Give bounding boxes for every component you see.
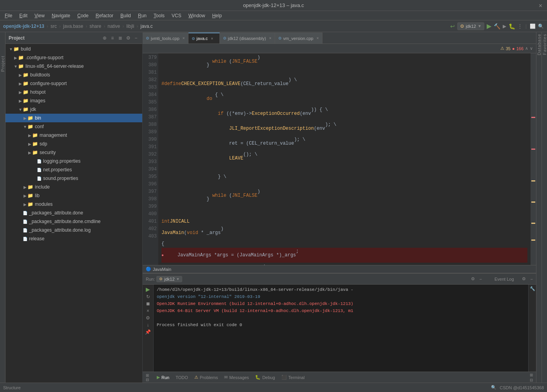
add-icon[interactable]: ⊕ bbox=[101, 35, 108, 41]
output-wrench-icon[interactable]: 🔧 bbox=[530, 286, 535, 291]
bottom-expand2[interactable]: ⊟ bbox=[530, 378, 533, 382]
more-button[interactable]: ⋮ bbox=[518, 24, 522, 29]
tree-item-management[interactable]: ▶ 📁 management bbox=[5, 131, 142, 140]
breadcrumb-javabase[interactable]: java.base bbox=[63, 24, 83, 29]
run-tab-todo[interactable]: TODO bbox=[176, 375, 188, 380]
tab-jdk12[interactable]: ⚙ jdk12 (disassembly) × bbox=[220, 33, 275, 44]
debug-button[interactable]: 🐛 bbox=[509, 23, 515, 29]
coverage-button[interactable]: ▶ bbox=[503, 24, 506, 29]
tree-item-configure-support[interactable]: ▶ 📁 .configure-support bbox=[5, 53, 142, 62]
run-close-icon[interactable]: × bbox=[147, 308, 149, 314]
navigate-back-icon[interactable]: ↩ bbox=[450, 23, 455, 29]
tree-item-logging[interactable]: 📄 logging.properties bbox=[5, 157, 142, 165]
run-pin-icon[interactable]: 📌 bbox=[145, 329, 151, 335]
tree-item-sound[interactable]: 📄 sound.properties bbox=[5, 174, 142, 183]
structure-tab-label[interactable]: Structure bbox=[3, 385, 21, 390]
tree-item-lib[interactable]: ▶ 📁 lib bbox=[5, 191, 142, 200]
tab-close-jdk12[interactable]: × bbox=[269, 36, 272, 40]
event-log-settings[interactable]: ⚙ bbox=[471, 276, 475, 281]
run-tab-terminal[interactable]: ⬛ Terminal bbox=[281, 375, 305, 380]
nav-up-icon[interactable]: ∧ bbox=[525, 46, 528, 51]
layout-button[interactable]: ⬜ bbox=[530, 24, 536, 29]
search-everywhere-button[interactable]: 🔍 bbox=[538, 24, 544, 29]
tree-item-configure2[interactable]: ▶ 📁 configure-support bbox=[5, 79, 142, 88]
collapse-all-icon[interactable]: ≡ bbox=[109, 35, 116, 41]
close-sidebar-icon[interactable]: − bbox=[133, 35, 139, 41]
config-selector[interactable]: ⚙ jdk12 ▼ bbox=[457, 22, 484, 30]
settings-icon[interactable]: ⚙ bbox=[125, 35, 131, 41]
breadcrumb-share[interactable]: share bbox=[89, 24, 101, 29]
menu-help[interactable]: Help bbox=[209, 12, 225, 19]
expand-all-icon[interactable]: ≣ bbox=[117, 35, 123, 41]
search-icon-status[interactable]: 🔍 bbox=[491, 385, 496, 390]
menu-edit[interactable]: Edit bbox=[16, 12, 31, 19]
run-play-icon[interactable]: ▶ bbox=[146, 286, 150, 292]
tab-close-jvmti[interactable]: × bbox=[183, 36, 185, 40]
tree-item-build[interactable]: ▼ 📁 build bbox=[5, 45, 142, 53]
tree-item-linux[interactable]: ▼ 📁 linux-x86_64-server-release bbox=[5, 62, 142, 71]
breadcrumb-native[interactable]: native bbox=[107, 24, 120, 29]
tree-item-jdk[interactable]: ▼ 📁 jdk bbox=[5, 105, 142, 114]
menu-vcs[interactable]: VCS bbox=[168, 12, 185, 19]
tree-item-hotspot[interactable]: ▶ 📁 hotspot bbox=[5, 88, 142, 96]
tree-item-sdp[interactable]: ▶ 📁 sdp bbox=[5, 140, 142, 148]
breadcrumb-src[interactable]: src bbox=[51, 24, 57, 29]
menu-navigate[interactable]: Navigate bbox=[49, 12, 73, 19]
tab-close-vmversion[interactable]: × bbox=[317, 36, 319, 40]
project-tab[interactable]: Project bbox=[0, 56, 5, 72]
structure-icon1[interactable]: ⊞ bbox=[146, 373, 149, 377]
menu-build[interactable]: Build bbox=[117, 12, 134, 19]
menu-window[interactable]: Window bbox=[185, 12, 208, 19]
tree-item-include[interactable]: ▶ 📁 include bbox=[5, 183, 142, 191]
nav-down-icon[interactable]: ∨ bbox=[530, 46, 533, 51]
tree-item-conf[interactable]: ▼ 📁 conf bbox=[5, 122, 142, 131]
code-editor[interactable]: } while (JNI_FALSE) #define CHECK_EXCEPT… bbox=[158, 53, 531, 265]
run-tab-run[interactable]: ▶ Run bbox=[157, 375, 169, 380]
database-panel: Database bbox=[536, 32, 542, 383]
run-stop-icon[interactable]: ⏹ bbox=[146, 301, 150, 307]
menu-code[interactable]: Code bbox=[74, 12, 92, 19]
status-right: 🔍 CSDN @d1451545368 bbox=[491, 385, 544, 390]
close-button[interactable]: × bbox=[539, 2, 542, 9]
tab-java[interactable]: ⚙ java.c × bbox=[188, 33, 220, 44]
breadcrumb-libjli[interactable]: libjli bbox=[126, 24, 134, 29]
run-line-2: openjdk version "12-internal" 2019-03-19 bbox=[157, 293, 525, 300]
run-output[interactable]: /home/dlh/openjdk-jdk-12+13/build/linux-… bbox=[154, 285, 528, 372]
event-log-minimize2[interactable]: − bbox=[531, 277, 533, 281]
tab-jvmti[interactable]: ⚙ jvmti_tools.cpp × bbox=[143, 33, 188, 44]
tree-item-security[interactable]: ▶ 📁 security bbox=[5, 148, 142, 157]
tree-item-packages2[interactable]: 📄 _packages_attribute.done.cmdline bbox=[5, 217, 142, 226]
run-settings-icon[interactable]: ⚙ bbox=[146, 315, 150, 321]
database-tab[interactable]: Database bbox=[537, 34, 542, 55]
event-log-settings2[interactable]: ⚙ bbox=[522, 276, 526, 281]
favorites-tab[interactable]: Favorites bbox=[542, 34, 547, 55]
menu-tools[interactable]: Tools bbox=[150, 12, 168, 19]
tree-item-buildtools[interactable]: ▶ 📁 buildtools bbox=[5, 71, 142, 79]
run-config-selector[interactable]: ⚙ jdk12 ▼ bbox=[156, 276, 182, 282]
structure-icon2[interactable]: ⊟ bbox=[146, 377, 149, 382]
menu-refactor[interactable]: Refactor bbox=[92, 12, 116, 19]
run-rerun-icon[interactable]: ↻ bbox=[146, 294, 150, 299]
menu-file[interactable]: File bbox=[2, 12, 15, 19]
tab-close-java[interactable]: × bbox=[211, 36, 213, 41]
tree-item-packages3[interactable]: 📄 _packages_attribute.done.log bbox=[5, 226, 142, 234]
bottom-expand1[interactable]: ⊞ bbox=[530, 373, 533, 377]
menu-view[interactable]: View bbox=[31, 12, 48, 19]
menu-run[interactable]: Run bbox=[135, 12, 150, 19]
tree-item-modules[interactable]: ▶ 📁 modules bbox=[5, 200, 142, 209]
run-tab-debug[interactable]: 🐛 Debug bbox=[255, 375, 275, 380]
tree-item-packages1[interactable]: 📄 _packages_attribute.done bbox=[5, 209, 142, 217]
run-button[interactable]: ▶ bbox=[487, 22, 491, 30]
tree-item-images[interactable]: ▶ 📁 images bbox=[5, 96, 142, 105]
run-scroll-icon[interactable]: ↓ bbox=[147, 322, 149, 328]
breadcrumb-file[interactable]: java.c bbox=[141, 24, 153, 29]
run-tab-messages[interactable]: ✉ Messages bbox=[224, 375, 249, 380]
tree-item-bin[interactable]: ▶ 📁 bin bbox=[5, 114, 142, 122]
build-button[interactable]: 🔨 bbox=[494, 23, 500, 29]
tab-vmversion[interactable]: ⚙ vm_version.cpp × bbox=[275, 33, 322, 44]
tree-item-release[interactable]: 📄 release bbox=[5, 234, 142, 243]
event-log-minimize[interactable]: − bbox=[480, 277, 482, 281]
breadcrumb-project[interactable]: openjdk-jdk-12+13 bbox=[3, 24, 44, 29]
tree-item-net[interactable]: 📄 net.properties bbox=[5, 165, 142, 174]
run-tab-problems[interactable]: ⚠ Problems bbox=[194, 375, 218, 380]
